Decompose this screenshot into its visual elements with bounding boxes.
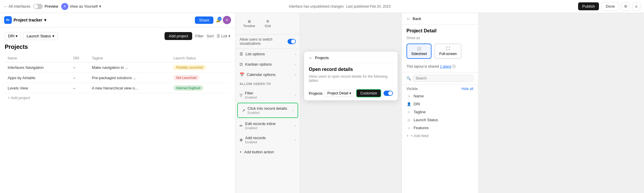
add-records-label: Add records bbox=[245, 136, 266, 140]
edit-records-sub: Enabled bbox=[245, 126, 275, 130]
list-options-item[interactable]: ☰ List options › bbox=[235, 49, 300, 59]
right-panel: ← Back Project Detail Show as ⬜ Sideshee… bbox=[401, 13, 478, 193]
popup-title: Open record details bbox=[304, 63, 398, 73]
all-interfaces-link[interactable]: ← All interfaces bbox=[4, 4, 30, 9]
settings-button[interactable]: ⚙ bbox=[622, 2, 630, 11]
show-as-label: Show as bbox=[402, 35, 478, 42]
add-project-button[interactable]: Add project bbox=[165, 32, 192, 40]
filter-button[interactable]: Filter bbox=[195, 34, 204, 38]
right-back-label[interactable]: Back bbox=[413, 16, 421, 21]
toolbar: DRI ▾ Launch Status ▾ Add project Filter… bbox=[5, 32, 230, 40]
project-detail-label: Project Detail bbox=[327, 91, 348, 95]
list-options-icon: ☰ bbox=[240, 52, 243, 56]
app-name-label: Project tracker bbox=[14, 18, 42, 22]
table-row[interactable]: Interfaces Navigation – Make navigation … bbox=[5, 62, 230, 73]
allow-switch-toggle[interactable] bbox=[288, 39, 296, 44]
launch-status-label: Launch Status bbox=[26, 34, 51, 38]
calendar-options-item[interactable]: 📅 Calendar options › bbox=[235, 69, 300, 80]
popup-toggle[interactable] bbox=[384, 91, 393, 96]
user-avatar[interactable]: A bbox=[223, 16, 231, 24]
top-bar-left: ← All interfaces Preview A View as Yours… bbox=[4, 3, 101, 10]
tagline-field-icon: ≡ bbox=[406, 110, 411, 114]
fullscreen-btn[interactable]: ⛶ Full-screen bbox=[434, 44, 461, 59]
hide-all-link[interactable]: Hide all bbox=[462, 87, 473, 91]
shared-link[interactable]: 1 place bbox=[440, 64, 451, 69]
click-record-item[interactable]: ↗ Click into record details Enabled › bbox=[238, 103, 298, 117]
last-published: Last published Feb 24, 2023 bbox=[346, 4, 390, 9]
row-dri: – bbox=[70, 62, 89, 73]
sidesheet-btn[interactable]: ⬜ Sidesheet bbox=[406, 44, 431, 59]
grid-label: Grid bbox=[265, 24, 271, 28]
add-field-button[interactable]: + + Add field bbox=[402, 132, 478, 140]
timeline-label: Timeline bbox=[243, 24, 255, 28]
click-record-chevron: › bbox=[292, 108, 293, 112]
dropdown-chevron: ▾ bbox=[349, 91, 351, 95]
search-input[interactable] bbox=[413, 75, 473, 82]
col-dri: DRI bbox=[70, 54, 89, 62]
add-records-chevron: › bbox=[295, 138, 296, 142]
col-tagline: Tagline bbox=[89, 54, 170, 62]
popup-row-right: Project Detail ▾ Customize bbox=[325, 89, 393, 97]
project-detail-dropdown[interactable]: Project Detail ▾ bbox=[325, 90, 354, 97]
done-button[interactable]: Done bbox=[601, 2, 619, 11]
panel-header: Pr Project tracker ▾ Share 🔔 22 A bbox=[0, 13, 235, 27]
edit-records-label-wrap: Edit records inline Enabled bbox=[245, 122, 275, 130]
dri-dropdown[interactable]: DRI ▾ bbox=[5, 32, 21, 40]
kanban-options-left: ⊡ Kanban options bbox=[240, 62, 272, 66]
add-row-button[interactable]: + Add project bbox=[5, 93, 230, 102]
click-record-left: ↗ Click into record details Enabled bbox=[242, 106, 287, 114]
edit-records-item[interactable]: ✏ Edit records inline Enabled › bbox=[235, 119, 300, 133]
field-dri-label: DRI bbox=[414, 102, 420, 106]
edit-records-left: ✏ Edit records inline Enabled bbox=[240, 122, 275, 130]
click-record-highlighted[interactable]: ↗ Click into record details Enabled › bbox=[237, 103, 298, 118]
field-item-name: ≡ Name bbox=[402, 92, 478, 100]
collapse-button[interactable]: ∧ bbox=[632, 2, 640, 11]
share-button[interactable]: Share bbox=[195, 16, 213, 24]
click-record-sub: Enabled bbox=[248, 111, 287, 114]
timeline-btn[interactable]: ▤ Timeline bbox=[240, 17, 259, 30]
fullscreen-icon: ⛶ bbox=[446, 46, 450, 51]
top-bar-center: Interface has unpublished changes Last p… bbox=[105, 4, 575, 9]
row-tagline: A new hierarchical view o... bbox=[89, 83, 170, 93]
dri-label: DRI bbox=[8, 34, 14, 38]
row-tagline: Make navigation in ... bbox=[89, 62, 170, 73]
launch-status-dropdown[interactable]: Launch Status ▾ bbox=[23, 32, 57, 40]
kanban-options-label: Kanban options bbox=[245, 62, 272, 66]
top-bar-right: Publish Done ⚙ ∧ bbox=[578, 2, 640, 11]
right-panel-title: Project Detail bbox=[402, 25, 478, 35]
row-tagline: Pre-packaged solutions ... bbox=[89, 73, 170, 83]
app-name-chevron: ▾ bbox=[44, 18, 46, 22]
table-row[interactable]: Levels View – A new hierarchical view o.… bbox=[5, 83, 230, 93]
grid-icon: ⊞ bbox=[266, 19, 269, 23]
calendar-options-chevron: › bbox=[295, 73, 296, 77]
preview-toggle[interactable] bbox=[33, 4, 43, 9]
customize-button[interactable]: Customize bbox=[356, 89, 381, 97]
all-interfaces-label: All interfaces bbox=[9, 4, 30, 9]
table-row[interactable]: Apps by Airtable – Pre-packaged solution… bbox=[5, 73, 230, 83]
calendar-options-label: Calendar options bbox=[247, 72, 275, 77]
view-as-yourself-btn[interactable]: A View as Yourself ▾ bbox=[61, 3, 101, 10]
field-name-label: Name bbox=[414, 94, 424, 98]
field-launch-status-label: Launch Status bbox=[414, 118, 438, 122]
right-back-arrow: ← bbox=[406, 16, 410, 21]
notification-button[interactable]: 🔔 22 bbox=[216, 18, 220, 22]
filter-option-item[interactable]: ▽ Filter Enabled › bbox=[235, 88, 300, 102]
add-records-item[interactable]: ⊕ Add records Enabled › bbox=[235, 133, 300, 147]
sort-button[interactable]: Sort bbox=[207, 34, 214, 38]
row-dri: – bbox=[70, 73, 89, 83]
add-button-action-item[interactable]: + Add button action bbox=[235, 147, 300, 157]
list-options-label: List options bbox=[245, 52, 265, 56]
add-button-left: + Add button action bbox=[240, 150, 274, 154]
add-records-label-wrap: Add records Enabled bbox=[245, 136, 266, 144]
chevron-down-icon: ▾ bbox=[99, 4, 101, 9]
app-name[interactable]: Pr Project tracker ▾ bbox=[4, 16, 46, 24]
grid-btn[interactable]: ⊞ Grid bbox=[261, 17, 274, 30]
view-dropdown[interactable]: ☰ List ▾ bbox=[217, 34, 230, 38]
view-chevron: ▾ bbox=[228, 34, 230, 38]
publish-button[interactable]: Publish bbox=[578, 2, 599, 10]
list-options-left: ☰ List options bbox=[240, 52, 265, 56]
kanban-options-item[interactable]: ⊡ Kanban options › bbox=[235, 59, 300, 69]
allow-switch-label: Allow users to switch visualizations bbox=[240, 37, 288, 46]
popup-panel: ← Projects Open record details Allow use… bbox=[304, 51, 398, 101]
popup-back-label[interactable]: Projects bbox=[315, 56, 329, 60]
